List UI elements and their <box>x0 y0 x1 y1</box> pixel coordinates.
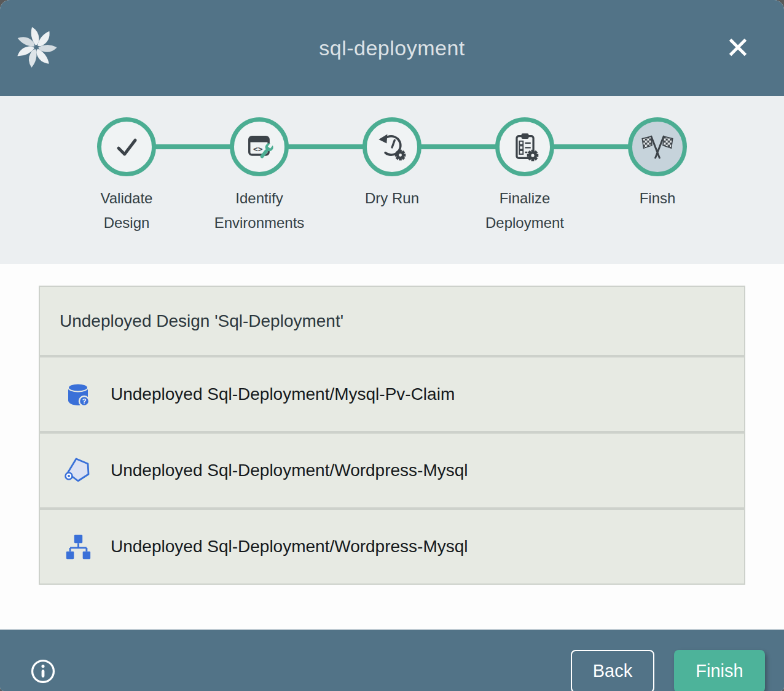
pod-icon <box>63 456 93 485</box>
step-validate-design: Validate Design <box>60 96 193 235</box>
step-circle <box>363 117 421 176</box>
step-label: Identify Environments <box>214 186 305 235</box>
nirmata-pinwheel-logo-icon <box>16 27 57 68</box>
close-icon <box>724 33 752 61</box>
dialog-content: Undeployed Design 'Sql-Deployment' ? Und… <box>0 286 784 630</box>
step-circle <box>97 117 156 176</box>
list-item: Undeployed Sql-Deployment/Wordpress-Mysq… <box>40 434 744 507</box>
list-item-text: Undeployed Sql-Deployment/Wordpress-Mysq… <box>111 461 468 480</box>
dialog-footer: Back Finish <box>0 630 784 691</box>
database-icon: ? <box>63 380 93 409</box>
info-icon <box>29 658 57 685</box>
panel-title: Undeployed Design 'Sql-Deployment' <box>60 311 343 331</box>
dialog-title: sql-deployment <box>319 36 465 60</box>
sql-deployment-dialog: sql-deployment Validate Design <box>0 0 784 691</box>
list-item-text: Undeployed Sql-Deployment/Mysql-Pv-Claim <box>111 385 455 404</box>
svg-text:?: ? <box>82 397 87 405</box>
step-circle-active <box>628 117 687 176</box>
clipboard-checklist-gear-icon <box>509 131 541 163</box>
step-circle <box>495 117 554 176</box>
step-identify-environments: <> Identify Environments <box>193 96 326 235</box>
back-button[interactable]: Back <box>571 650 654 691</box>
step-label: Finsh <box>640 186 676 211</box>
step-finalize-deployment: Finalize Deployment <box>458 96 591 235</box>
code-window-wrench-icon: <> <box>243 131 275 163</box>
titlebar: sql-deployment <box>0 0 784 96</box>
list-item: Undeployed Sql-Deployment/Wordpress-Mysq… <box>40 510 744 584</box>
step-circle: <> <box>230 117 289 176</box>
deployment-status-panel: Undeployed Design 'Sql-Deployment' ? Und… <box>39 286 745 585</box>
info-button[interactable] <box>29 658 57 685</box>
finish-button[interactable]: Finish <box>674 650 765 691</box>
close-button[interactable] <box>724 33 752 61</box>
step-label: Dry Run <box>365 186 419 211</box>
hierarchy-icon <box>64 533 92 561</box>
list-item-text: Undeployed Sql-Deployment/Wordpress-Mysq… <box>111 537 468 556</box>
wizard-stepper: Validate Design <> Identify <box>0 96 784 264</box>
check-icon <box>111 131 143 163</box>
list-item: ? Undeployed Sql-Deployment/Mysql-Pv-Cla… <box>40 357 744 431</box>
svg-text:<>: <> <box>253 144 263 154</box>
redeploy-gear-icon <box>376 131 408 163</box>
panel-title-row: Undeployed Design 'Sql-Deployment' <box>40 287 744 355</box>
step-label: Validate Design <box>101 186 153 235</box>
step-label: Finalize Deployment <box>485 186 564 235</box>
step-dry-run: Dry Run <box>326 96 458 235</box>
step-finish: Finsh <box>591 96 724 235</box>
checkered-flags-icon <box>641 130 674 163</box>
